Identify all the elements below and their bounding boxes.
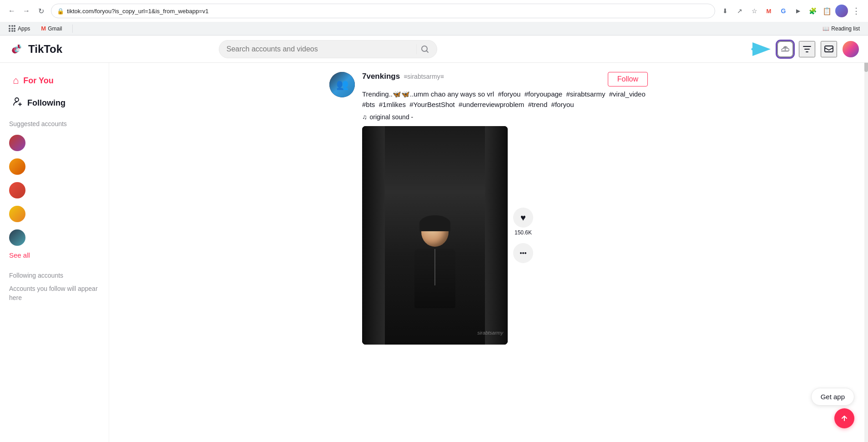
curtain-right — [485, 126, 508, 345]
filter-button[interactable] — [799, 41, 815, 57]
apps-grid-icon — [8, 25, 16, 32]
address-bar[interactable]: 🔒 tiktok.com/foryou?is_copy_url=1&is_fro… — [51, 4, 715, 18]
bookmark-button[interactable]: ☆ — [748, 5, 761, 17]
user-avatar[interactable] — [843, 41, 859, 57]
hashtag-underreviewproblem[interactable]: #underreviewproblem — [459, 101, 524, 108]
chrome-menu-button[interactable]: ⋮ — [850, 5, 863, 17]
post-header: 7venkings ≡sirabtsarmy≡ Follow — [362, 72, 648, 86]
refresh-button[interactable]: ↻ — [35, 5, 47, 17]
follow-button[interactable]: Follow — [608, 72, 648, 86]
tiktok-logo[interactable]: TikTok — [9, 41, 62, 57]
post-interactions: ♥ 150.6K — [513, 208, 533, 263]
hashtag-sirabtsarmy[interactable]: #sirabtsarmy — [566, 90, 606, 98]
messages-button[interactable] — [821, 41, 837, 57]
video-watermark: sirabtsarmy — [477, 330, 503, 335]
browser-profile-avatar[interactable] — [835, 5, 848, 17]
svg-point-8 — [525, 252, 526, 254]
feed: 👥 7venkings ≡sirabtsarmy≡ Follow — [109, 63, 868, 442]
tiktok-header: TikTok — [0, 36, 868, 63]
hashtag-yourbestshot[interactable]: #YourBestShot — [409, 101, 455, 108]
suggested-avatar-2 — [9, 158, 25, 175]
forward-button[interactable]: → — [20, 5, 33, 17]
hashtag-foryou[interactable]: #foryou — [498, 90, 520, 98]
see-all-button[interactable]: See all — [0, 249, 109, 261]
suggested-avatar-4 — [9, 206, 25, 222]
get-app-button[interactable]: Get app — [811, 388, 854, 406]
following-section: Following accounts Accounts you follow w… — [0, 261, 109, 310]
upload-button[interactable] — [777, 41, 793, 57]
curtain-left — [362, 126, 385, 345]
suggested-account-5[interactable] — [0, 226, 109, 249]
figure-hair — [419, 215, 450, 231]
comment-button[interactable] — [513, 243, 533, 263]
share-button[interactable]: ↗ — [733, 5, 746, 17]
reading-list-label: Reading list — [831, 25, 860, 32]
download-button[interactable]: ⬇ — [719, 5, 732, 17]
suggested-avatar-5 — [9, 229, 25, 246]
browser-actions: ⬇ ↗ ☆ M G ▶ 🧩 📋 ⋮ — [719, 5, 863, 17]
history-button[interactable]: 📋 — [821, 5, 833, 17]
search-divider — [416, 44, 417, 54]
search-button[interactable] — [420, 45, 429, 54]
search-bar[interactable] — [219, 40, 437, 58]
following-label: Following — [27, 98, 66, 108]
following-accounts-title: Following accounts — [0, 266, 109, 283]
url-text: tiktok.com/foryou?is_copy_url=1&is_from_… — [67, 8, 709, 15]
post-description: Trending..🦋🦋..umm chao any ways so vrl #… — [362, 89, 648, 110]
bookmarks-divider — [72, 25, 73, 33]
post-avatar-inner: 👥 — [329, 72, 355, 97]
hashtag-1mlikes[interactable]: #1mlikes — [379, 101, 406, 108]
suggested-account-2[interactable] — [0, 155, 109, 178]
post-user-avatar[interactable]: 👥 — [329, 72, 355, 97]
browser-toolbar: ← → ↻ 🔒 tiktok.com/foryou?is_copy_url=1&… — [0, 0, 868, 22]
likes-count: 150.6K — [515, 229, 532, 236]
upload-arrow-indicator — [750, 38, 772, 60]
following-empty-text: Accounts you follow will appear here — [0, 283, 109, 304]
suggested-accounts-title: Suggested accounts — [0, 115, 109, 131]
svg-point-6 — [520, 252, 522, 254]
suggested-account-4[interactable] — [0, 202, 109, 226]
recaptcha-button[interactable]: G — [777, 5, 790, 17]
messages-icon — [824, 44, 834, 54]
suggested-avatar-3 — [9, 182, 25, 198]
gmail-icon-button[interactable]: M — [762, 5, 775, 17]
svg-point-7 — [522, 252, 524, 254]
hashtag-foryou2[interactable]: #foryou — [551, 101, 574, 108]
suggested-account-3[interactable] — [0, 178, 109, 202]
comment-icon — [518, 248, 528, 258]
post-handle: ≡sirabtsarmy≡ — [404, 73, 444, 80]
sidebar-item-following[interactable]: Following — [4, 92, 105, 114]
tiktok-logo-text: TikTok — [28, 43, 62, 56]
post-sound[interactable]: ♫ original sound - — [362, 113, 648, 121]
back-button[interactable]: ← — [5, 5, 18, 17]
home-icon: ⌂ — [13, 75, 19, 86]
apps-bookmark[interactable]: Apps — [5, 24, 33, 33]
sidebar-item-for-you[interactable]: ⌂ For You — [4, 70, 105, 91]
extensions-button[interactable]: 🧩 — [806, 5, 819, 17]
hashtag-viral-video[interactable]: #viral_video — [609, 90, 646, 98]
figure-suit-details — [434, 249, 435, 285]
filter-icon — [802, 44, 812, 54]
search-input[interactable] — [227, 45, 413, 53]
hashtag-trend[interactable]: #trend — [528, 101, 548, 108]
cloud-upload-icon — [781, 45, 789, 53]
post-username[interactable]: 7venkings — [362, 72, 400, 81]
gmail-bookmark[interactable]: M Gmail — [38, 24, 65, 33]
sound-text: original sound - — [370, 113, 414, 121]
svg-point-5 — [15, 98, 19, 102]
cursor-button[interactable]: ▶ — [792, 5, 804, 17]
heart-icon: ♥ — [520, 213, 526, 223]
video-post: 👥 7venkings ≡sirabtsarmy≡ Follow — [329, 72, 648, 346]
figure-body — [414, 249, 455, 308]
browser-chrome: ← → ↻ 🔒 tiktok.com/foryou?is_copy_url=1&… — [0, 0, 868, 36]
hashtag-foryoupage[interactable]: #foryoupage — [525, 90, 562, 98]
hashtag-bts[interactable]: #bts — [362, 101, 375, 108]
sidebar: ⌂ For You Following Suggested accounts — [0, 63, 109, 442]
lock-icon: 🔒 — [57, 8, 64, 15]
page-scrollbar[interactable] — [864, 36, 868, 442]
video-player[interactable]: sirabtsarmy — [362, 126, 508, 345]
suggested-account-1[interactable] — [0, 131, 109, 155]
like-button[interactable]: ♥ 150.6K — [513, 208, 533, 236]
reading-list-button[interactable]: 📖 Reading list — [820, 25, 863, 33]
scroll-to-top-button[interactable] — [834, 408, 854, 428]
